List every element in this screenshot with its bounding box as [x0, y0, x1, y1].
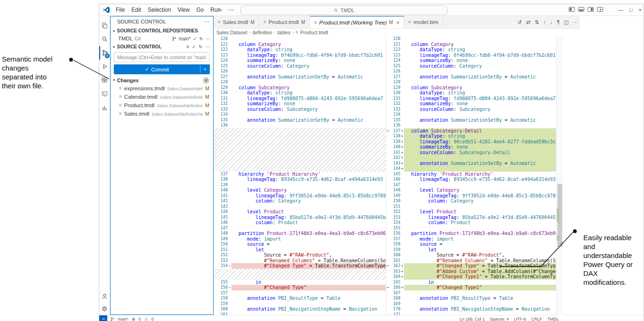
previous-change-icon[interactable]: ↑ — [543, 19, 546, 25]
sidebar-more-icon[interactable]: ⋯ — [204, 18, 209, 25]
account-icon[interactable] — [101, 293, 108, 300]
branch-label[interactable]: main* — [179, 36, 191, 41]
code-text — [231, 123, 386, 128]
remote-indicator[interactable]: >< — [99, 315, 107, 321]
code-line: 132 summarizeBy: none — [386, 101, 556, 107]
diff-arrow-icon — [214, 301, 218, 307]
next-change-icon[interactable]: ↓ — [550, 19, 553, 25]
breadcrumb-item[interactable]: Product.tmdl — [300, 30, 328, 35]
status-item-utf-8[interactable]: UTF-8 — [514, 317, 526, 321]
more-actions-icon[interactable]: ⋯ — [573, 19, 578, 25]
status-item-spaces-4[interactable]: Spaces: 4 — [490, 317, 509, 321]
scm-file-row[interactable]: ≡expressions.tmdlSales.Dataset\definitio… — [111, 84, 213, 93]
menu-selection[interactable]: Selection — [144, 7, 174, 13]
customize-layout-icon[interactable] — [597, 7, 603, 12]
refresh-icon[interactable]: ↻ — [199, 36, 203, 41]
close-button[interactable]: × — [639, 7, 642, 13]
scrollbar-thumb[interactable] — [557, 184, 562, 247]
line-number-gutter: 158 — [386, 242, 404, 247]
diff-marker — [400, 193, 404, 199]
scm-file-row[interactable]: ≡Sales.tmdlSales.Dataset\definition\tabl… — [111, 110, 213, 118]
tab-sales-tmdl[interactable]: ≡Sales.tmdlM — [214, 16, 259, 28]
maximize-button[interactable]: □ — [629, 7, 633, 13]
line-number: 148 — [218, 231, 228, 236]
diff-marker — [228, 117, 231, 123]
toggle-panel-icon[interactable] — [578, 7, 584, 12]
line-number-gutter: 160 — [214, 306, 231, 312]
section-repositories[interactable]: ∨ SOURCE CONTROL REPOSITORIES — [111, 27, 213, 34]
code-line: 168 annotation PBI_ResultType = Table — [386, 296, 556, 301]
swap-sides-icon[interactable]: ⇄ — [526, 19, 530, 25]
commit-message-input[interactable] — [114, 52, 210, 62]
breadcrumb-item[interactable]: tables — [277, 30, 290, 35]
toggle-secondary-sidebar-icon[interactable] — [588, 7, 594, 12]
status-branch[interactable]: main* — [118, 317, 128, 321]
breadcrumb-item[interactable]: Sales.Dataset — [216, 30, 247, 35]
menu-view[interactable]: View — [174, 7, 193, 13]
line-number-gutter: 163+ — [386, 269, 404, 274]
tab-product-tmdl-working-tree[interactable]: ≡Product.tmdl (Working Tree)M× — [310, 16, 404, 28]
status-item-crlf[interactable]: CRLF — [531, 317, 542, 321]
code-line: →162+ #"Changed Type" = Table.TransformC… — [386, 263, 556, 269]
code-text: #"Added Custom" = Table.AddColumn(#"Chan… — [404, 269, 556, 274]
diff-marker — [228, 226, 231, 231]
toggle-sidebar-icon[interactable] — [569, 7, 575, 12]
explorer-icon[interactable] — [99, 19, 110, 32]
changes-header[interactable]: ∨ Changes 4 — [111, 76, 213, 84]
warnings-count[interactable]: 0 — [151, 317, 154, 321]
commit-check-icon[interactable]: ✓ — [192, 44, 196, 49]
line-number-gutter: 129 — [214, 85, 231, 91]
command-center[interactable]: TMDL — [240, 6, 447, 15]
commit-button-main[interactable]: ✓ Commit — [114, 66, 200, 72]
code-text: annotation SummarizationSetBy = Automati… — [404, 117, 556, 123]
tab-close-icon[interactable]: × — [396, 20, 399, 25]
chart-extension-icon[interactable] — [99, 101, 110, 114]
remote-explorer-icon[interactable] — [99, 87, 110, 101]
whitespace-icon[interactable]: ¶ — [557, 19, 560, 25]
menu-go[interactable]: Go — [193, 7, 207, 13]
status-item-tmdl[interactable]: TMDL — [548, 317, 559, 321]
line-number: 129 — [218, 85, 228, 91]
search-view-icon[interactable] — [99, 32, 110, 46]
forward-icon[interactable]: → — [229, 6, 235, 13]
scm-file-row[interactable]: ≡Calendar.tmdlSales.Dataset\definition\t… — [111, 93, 213, 101]
inline-view-icon[interactable]: ⇅ — [534, 19, 539, 25]
run-debug-icon[interactable] — [99, 60, 110, 73]
repo-more-icon[interactable]: ⋯ — [206, 36, 210, 41]
scm-more-icon[interactable]: ⋯ — [206, 44, 210, 49]
view-as-list-icon[interactable]: ≡ — [186, 44, 189, 49]
status-bar: >< main* ⊗ 0 ⚠ 0 Ln 166, Col 1Spaces: 4U… — [99, 315, 644, 321]
line-number: 121 — [391, 42, 400, 47]
diff-marker: + — [400, 269, 404, 274]
line-number: 139 — [218, 182, 228, 188]
section-source-control[interactable]: ∨ SOURCE CONTROL ≡ ✓ ↻ ⋯ — [111, 43, 213, 50]
code-line: 148 level Category — [386, 188, 556, 193]
scm-file-row[interactable]: ≡Product.tmdlSales.Dataset\definition\ta… — [111, 101, 213, 110]
status-item-ln-166-col-1[interactable]: Ln 166, Col 1 — [460, 317, 485, 321]
breadcrumb-item[interactable]: definition — [252, 30, 272, 35]
settings-gear-icon[interactable]: ⚙ — [102, 305, 108, 312]
commit-dropdown-icon[interactable]: ∨ — [200, 67, 210, 71]
discard-changes-icon[interactable]: ↺ — [517, 19, 522, 25]
refresh-icon[interactable]: ↻ — [199, 44, 203, 49]
code-text — [231, 36, 386, 42]
menu-file[interactable]: File — [112, 7, 128, 13]
extensions-icon[interactable] — [99, 73, 110, 87]
code-line: 145 lineageTag: 85ba527d-a9e2-4f3d-85d9-… — [214, 215, 386, 220]
code-text — [404, 226, 556, 231]
code-line: 128 — [386, 79, 556, 85]
source-control-icon[interactable]: 4 — [99, 46, 110, 60]
tab-model-bim[interactable]: ≡model.bim — [404, 16, 443, 28]
code-text — [404, 290, 556, 296]
repository-row[interactable]: TMDL Git main* ✓ ↻ ⋯ — [111, 34, 213, 43]
commit-button[interactable]: ✓ Commit ∨ — [114, 64, 210, 74]
back-icon[interactable]: ← — [218, 6, 224, 13]
menu-edit[interactable]: Edit — [128, 7, 144, 13]
code-text — [231, 312, 386, 316]
minimize-button[interactable]: — — [618, 7, 623, 13]
errors-count[interactable]: 0 — [139, 317, 141, 321]
tab-product-tmdl[interactable]: ≡Product.tmdlM — [259, 16, 310, 28]
split-editor-icon[interactable]: ◫ — [564, 19, 569, 25]
commit-check-icon[interactable]: ✓ — [193, 36, 197, 41]
diff-arrow-icon — [214, 220, 218, 226]
